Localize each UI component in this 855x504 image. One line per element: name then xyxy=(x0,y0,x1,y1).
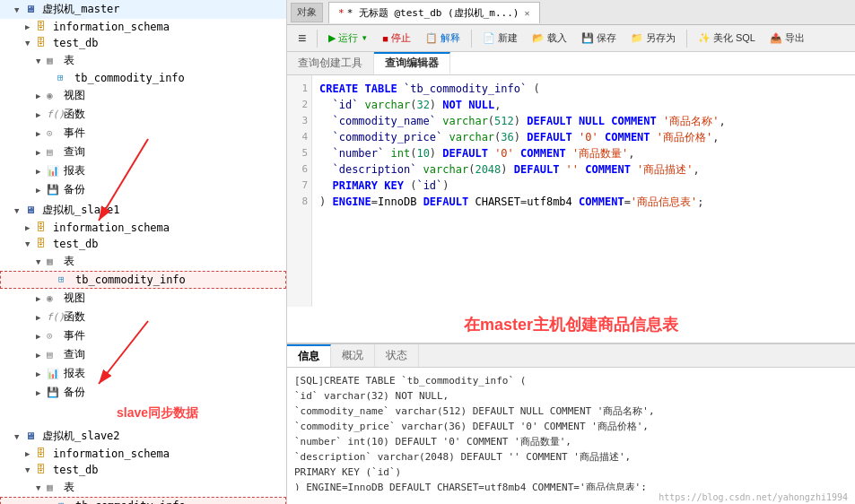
table-tb-commodity-slave1[interactable]: ⊞ tb_commodity_info xyxy=(0,271,286,289)
export-icon: 📤 xyxy=(770,32,782,44)
func-icon: f() xyxy=(47,109,61,121)
table-tb-commodity-master-label: tb_commodity_info xyxy=(74,72,185,84)
toolbar-sep-1 xyxy=(317,30,318,48)
query-icon: ▤ xyxy=(47,146,61,159)
table-tb-commodity-slave1-label: tb_commodity_info xyxy=(75,274,186,286)
db-info-slave1-label: information_schema xyxy=(53,222,170,234)
group-backup-slave1[interactable]: ▶ 💾 备份 xyxy=(0,383,286,402)
group-table-slave1[interactable]: ▼ ▦ 表 xyxy=(0,252,286,271)
sub-tab-query-editor[interactable]: 查询编辑器 xyxy=(374,52,450,74)
editor-area: 1 2 3 4 5 6 7 8 CREATE TABLE `tb_commodi… xyxy=(287,75,855,343)
stop-button[interactable]: ■ 停止 xyxy=(377,30,416,47)
save-icon: 💾 xyxy=(581,32,594,44)
export-label: 导出 xyxy=(785,31,805,45)
group-table-slave2[interactable]: ▼ ▦ 表 xyxy=(0,478,286,497)
group-view-master[interactable]: ▶ ◉ 视图 xyxy=(0,86,286,105)
sub-tab-query-editor-label: 查询编辑器 xyxy=(385,56,439,71)
stop-icon: ■ xyxy=(382,33,388,44)
db-info-schema-slave1[interactable]: ▶ 🗄 information_schema xyxy=(0,220,286,236)
db-info-slave2-label: information_schema xyxy=(53,448,170,460)
db-testdb-slave2[interactable]: ▼ 🗄 test_db xyxy=(0,462,286,478)
table-icon-master: ⊞ xyxy=(57,72,72,84)
db-icon-2: 🗄 xyxy=(36,37,50,49)
group-query-slave1[interactable]: ▶ ▤ 查询 xyxy=(0,345,286,364)
run-button[interactable]: ▶ 运行 ▼ xyxy=(323,30,373,47)
group-view-label: 视图 xyxy=(64,88,85,103)
bottom-tab-overview[interactable]: 概况 xyxy=(331,344,375,367)
bottom-tab-info[interactable]: 信息 xyxy=(287,344,331,367)
view-icon: ◉ xyxy=(47,90,61,102)
db-testdb-master[interactable]: ▼ 🗄 test_db xyxy=(0,35,286,51)
server-slave1-label: 虚拟机_slave1 xyxy=(42,203,120,218)
group-event-label: 事件 xyxy=(64,126,85,141)
group-report-master[interactable]: ▶ 📊 报表 xyxy=(0,161,286,180)
server-slave2[interactable]: ▼ 🖥 虚拟机_slave2 xyxy=(0,427,286,446)
group-table-label: 表 xyxy=(64,53,74,68)
save-as-button[interactable]: 📁 另存为 xyxy=(625,30,681,47)
explain-label: 解释 xyxy=(441,31,460,45)
group-query-master[interactable]: ▶ ▤ 查询 xyxy=(0,143,286,161)
new-button[interactable]: 📄 新建 xyxy=(477,30,523,47)
bottom-panel: 信息 概况 状态 [SQL]CREATE TABLE `tb_commodity… xyxy=(287,343,855,504)
main-container: ▼ 🖥 虚拟机_master ▶ 🗄 information_schema ▼ … xyxy=(0,0,855,504)
export-button[interactable]: 📤 导出 xyxy=(764,30,810,47)
group-event-slave1[interactable]: ▶ ⊙ 事件 xyxy=(0,326,286,345)
db-info-schema-master[interactable]: ▶ 🗄 information_schema xyxy=(0,19,286,35)
tab-close-icon[interactable]: ✕ xyxy=(524,8,529,18)
save-button[interactable]: 💾 保存 xyxy=(576,30,622,47)
tab-query-label: * 无标题 @test_db (虚拟机_m...) xyxy=(347,6,519,20)
slave-annotation-text: slave同步数据 xyxy=(117,405,198,420)
event-icon: ⊙ xyxy=(47,127,61,140)
explain-button[interactable]: 📋 解释 xyxy=(420,30,466,47)
bottom-tab-overview-label: 概况 xyxy=(342,348,363,363)
bottom-content: [SQL]CREATE TABLE `tb_commodity_info` ( … xyxy=(287,368,855,491)
backup-icon: 💾 xyxy=(47,184,61,196)
top-tab-bar: 对象 * * 无标题 @test_db (虚拟机_m...) ✕ xyxy=(287,0,855,25)
menu-icon: ≡ xyxy=(298,30,306,47)
server-master[interactable]: ▼ 🖥 虚拟机_master xyxy=(0,0,286,19)
group-report-slave1[interactable]: ▶ 📊 报表 xyxy=(0,364,286,383)
db-info-schema-slave2[interactable]: ▶ 🗄 information_schema xyxy=(0,446,286,462)
watermark: https://blog.csdn.net/yahongzhi1994 xyxy=(287,491,855,504)
insert-label: 载入 xyxy=(547,31,567,45)
arrow-master: ▼ xyxy=(14,5,25,14)
sidebar: ▼ 🖥 虚拟机_master ▶ 🗄 information_schema ▼ … xyxy=(0,0,287,504)
table-icon-slave1: ⊞ xyxy=(58,274,73,286)
tab-query[interactable]: * * 无标题 @test_db (虚拟机_m...) ✕ xyxy=(328,2,540,23)
server-master-label: 虚拟机_master xyxy=(42,2,120,17)
server-icon-slave1: 🖥 xyxy=(25,204,39,217)
group-table-master[interactable]: ▼ ▦ 表 xyxy=(0,51,286,70)
insert-icon: 📂 xyxy=(532,32,545,44)
tab-object-label: 对象 xyxy=(297,5,317,19)
table-tb-commodity-master[interactable]: ⊞ tb_commodity_info xyxy=(0,70,286,86)
group-func-slave1[interactable]: ▶ f() 函数 xyxy=(0,308,286,326)
slave-annotation: slave同步数据 xyxy=(0,405,286,421)
code-editor[interactable]: 1 2 3 4 5 6 7 8 CREATE TABLE `tb_commodi… xyxy=(287,75,855,307)
beautify-button[interactable]: ✨ 美化 SQL xyxy=(693,30,761,47)
new-label: 新建 xyxy=(498,31,518,45)
toolbar-sep-3 xyxy=(686,30,687,48)
group-event-master[interactable]: ▶ ⊙ 事件 xyxy=(0,124,286,143)
code-content[interactable]: CREATE TABLE `tb_commodity_info` ( `id` … xyxy=(312,75,855,307)
line-numbers: 1 2 3 4 5 6 7 8 xyxy=(287,75,312,307)
sub-tab-create-tool[interactable]: 查询创建工具 xyxy=(287,52,374,74)
group-report-label: 报表 xyxy=(64,163,85,178)
group-backup-label: 备份 xyxy=(64,182,85,197)
table-tb-commodity-slave2[interactable]: ⊞ tb_commodity_info xyxy=(0,497,286,504)
group-func-master[interactable]: ▶ f() 函数 xyxy=(0,105,286,124)
save-label: 保存 xyxy=(597,31,616,45)
bottom-tab-status[interactable]: 状态 xyxy=(375,344,419,367)
insert-button[interactable]: 📂 载入 xyxy=(527,30,572,47)
group-view-slave1[interactable]: ▶ ◉ 视图 xyxy=(0,289,286,308)
toolbar-sep-2 xyxy=(471,30,472,48)
tab-object[interactable]: 对象 xyxy=(291,3,323,22)
server-slave1[interactable]: ▼ 🖥 虚拟机_slave1 xyxy=(0,201,286,220)
db-testdb-slave1[interactable]: ▼ 🗄 test_db xyxy=(0,236,286,252)
save-as-label: 另存为 xyxy=(646,31,676,45)
master-annotation-area: 在master主机创建商品信息表 xyxy=(287,307,855,343)
menu-button[interactable]: ≡ xyxy=(292,29,311,48)
stop-label: 停止 xyxy=(391,31,411,45)
group-query-label: 查询 xyxy=(64,144,85,160)
explain-icon: 📋 xyxy=(425,32,438,44)
group-backup-master[interactable]: ▶ 💾 备份 xyxy=(0,180,286,199)
